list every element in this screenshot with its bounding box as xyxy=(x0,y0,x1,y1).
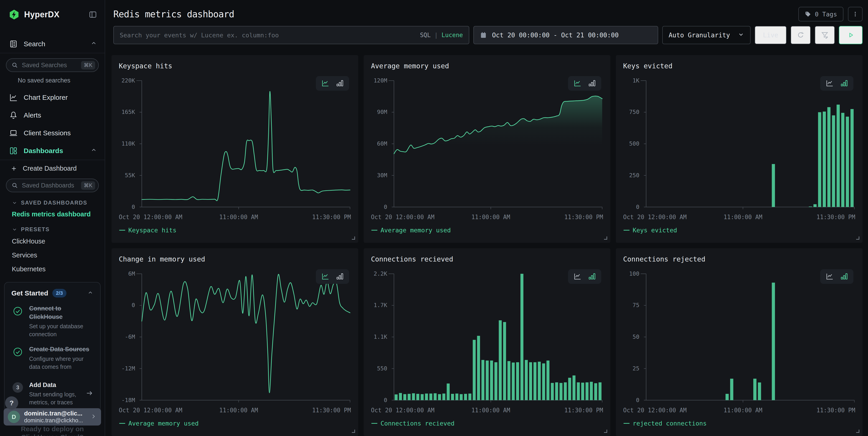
get-started-item-desc: Set up your database connection xyxy=(29,322,91,338)
svg-text:6M: 6M xyxy=(128,270,135,277)
help-button[interactable]: ? xyxy=(5,396,18,410)
line-chart-icon[interactable] xyxy=(574,273,582,280)
create-dashboard-label: Create Dashboard xyxy=(23,165,77,172)
get-started-item-desc: Start sending logs, metrics, or traces xyxy=(29,390,81,406)
svg-text:-12M: -12M xyxy=(122,365,135,372)
sidebar-item-dashboards[interactable]: Dashboards xyxy=(0,142,105,160)
line-chart-icon[interactable] xyxy=(826,273,834,280)
resize-handle[interactable] xyxy=(856,236,859,240)
svg-text:0: 0 xyxy=(384,397,387,403)
panel-title: Connections recieved xyxy=(371,255,603,263)
saved-dashboards-search[interactable]: ⌘K xyxy=(6,179,99,192)
saved-searches-search[interactable]: ⌘K xyxy=(6,58,99,72)
live-button[interactable]: Live xyxy=(755,26,786,44)
svg-text:Oct 20 12:00:00 AM: Oct 20 12:00:00 AM xyxy=(371,407,434,414)
chevron-up-icon xyxy=(87,290,93,297)
sidebar-item-clickhouse[interactable]: ClickHouse xyxy=(0,234,105,248)
sidebar-item-alerts[interactable]: Alerts xyxy=(0,106,105,124)
date-range-picker[interactable]: Oct 20 00:00:00 - Oct 21 00:00:00 xyxy=(473,26,658,44)
svg-text:1K: 1K xyxy=(632,77,639,84)
chart-type-toggle[interactable] xyxy=(568,76,601,91)
lucene-toggle[interactable]: Lucene xyxy=(441,32,463,38)
chevron-down-icon xyxy=(12,200,17,205)
line-chart-icon[interactable] xyxy=(826,80,834,87)
svg-text:11:00:00 AM: 11:00:00 AM xyxy=(471,214,510,221)
svg-text:0: 0 xyxy=(636,204,639,210)
sidebar-item-redis-dashboard[interactable]: Redis metrics dashboard xyxy=(0,208,105,220)
resize-handle[interactable] xyxy=(604,430,607,433)
query-language-toggle[interactable]: SQL | Lucene xyxy=(420,32,463,38)
bar-chart-icon[interactable] xyxy=(336,80,344,87)
dashboards-grid-icon xyxy=(9,146,18,155)
event-search-input[interactable] xyxy=(120,32,415,39)
saved-dashboards-input[interactable] xyxy=(22,182,78,189)
main-content: Redis metrics dashboard 0 Tags SQL | Luc… xyxy=(105,0,868,436)
get-started-item-sources[interactable]: Create Data Sources Configure where your… xyxy=(11,345,93,371)
event-search-box[interactable]: SQL | Lucene xyxy=(113,26,469,44)
legend-swatch xyxy=(624,230,629,231)
chart-type-toggle[interactable] xyxy=(820,269,854,284)
brand-name: HyperDX xyxy=(24,10,60,19)
user-email: dominic.tran@clickho... xyxy=(24,417,86,424)
date-range-value: Oct 20 00:00:00 - Oct 21 00:00:00 xyxy=(492,31,619,39)
panel-connections-recieved: Connections recieved 05501.1K1.7K2.2KOct… xyxy=(364,248,610,436)
legend-label: Connections recieved xyxy=(380,420,455,427)
granularity-select[interactable]: Auto Granularity xyxy=(662,26,750,44)
chart-type-toggle[interactable] xyxy=(316,76,349,91)
sidebar-collapse-button[interactable] xyxy=(89,10,97,19)
chart-type-toggle[interactable] xyxy=(316,269,349,284)
svg-text:50: 50 xyxy=(632,333,639,340)
resize-handle[interactable] xyxy=(856,430,859,433)
saved-dashboards-header[interactable]: SAVED DASHBOARDS xyxy=(0,194,105,208)
chart-canvas: 055K110K165K220KOct 20 12:00:00 AM11:00:… xyxy=(119,77,351,223)
svg-text:0: 0 xyxy=(636,397,639,403)
bar-chart-icon[interactable] xyxy=(588,273,596,280)
svg-text:100: 100 xyxy=(629,270,640,277)
app-root: HyperDX Search ⌘K No saved searches Char… xyxy=(0,0,868,436)
line-chart-icon[interactable] xyxy=(321,80,330,87)
tags-button[interactable]: 0 Tags xyxy=(798,7,843,22)
svg-text:0: 0 xyxy=(384,204,387,210)
presets-header[interactable]: PRESETS xyxy=(0,220,105,234)
resize-handle[interactable] xyxy=(604,236,607,240)
bar-chart-icon[interactable] xyxy=(840,273,848,280)
chevron-up-icon xyxy=(91,40,97,48)
page-title: Redis metrics dashboard xyxy=(113,9,234,19)
svg-text:Oct 20 12:00:00 AM: Oct 20 12:00:00 AM xyxy=(371,214,434,221)
line-chart-icon[interactable] xyxy=(574,80,582,87)
line-chart-icon[interactable] xyxy=(321,273,330,280)
get-started-item-connect[interactable]: Connect to ClickHouse Set up your databa… xyxy=(11,304,93,338)
get-started-item-add-data[interactable]: 3 Add Data Start sending logs, metrics, … xyxy=(11,381,93,406)
bar-chart-icon[interactable] xyxy=(840,80,848,87)
chart-legend: Keys evicted xyxy=(624,227,677,234)
bar-chart-icon[interactable] xyxy=(588,80,596,87)
sidebar-item-services[interactable]: Services xyxy=(0,248,105,262)
sidebar-item-label: Chart Explorer xyxy=(24,94,68,101)
sidebar-item-client-sessions[interactable]: Client Sessions xyxy=(0,124,105,142)
resize-handle[interactable] xyxy=(352,236,355,240)
dashboard-more-button[interactable] xyxy=(848,7,863,22)
legend-label: Average memory used xyxy=(380,227,451,234)
chart-type-toggle[interactable] xyxy=(820,76,854,91)
sidebar-item-chart-explorer[interactable]: Chart Explorer xyxy=(0,89,105,106)
bar-chart-icon[interactable] xyxy=(336,273,344,280)
run-query-button[interactable] xyxy=(839,26,863,44)
chart-canvas: 02505007501KOct 20 12:00:00 AM11:00:00 A… xyxy=(623,77,855,223)
create-dashboard-button[interactable]: Create Dashboard xyxy=(0,160,105,174)
user-menu[interactable]: D dominic.tran@clic... dominic.tran@clic… xyxy=(4,408,101,426)
resize-handle[interactable] xyxy=(352,430,355,433)
svg-text:11:00:00 AM: 11:00:00 AM xyxy=(723,407,762,414)
filter-button[interactable] xyxy=(815,26,835,44)
refresh-button[interactable] xyxy=(790,26,811,44)
panel-title: Change in memory used xyxy=(119,255,351,263)
sidebar-item-kubernetes[interactable]: Kubernetes xyxy=(0,262,105,276)
sidebar-item-search[interactable]: Search xyxy=(0,35,105,53)
chart-type-toggle[interactable] xyxy=(568,269,601,284)
panel-connections-rejected: Connections rejected 0255075100Oct 20 12… xyxy=(616,248,863,436)
sidebar-item-label: Alerts xyxy=(24,111,41,119)
get-started-header[interactable]: Get Started 2/3 xyxy=(11,289,93,297)
sql-toggle[interactable]: SQL xyxy=(420,32,431,38)
query-toolbar: SQL | Lucene Oct 20 00:00:00 - Oct 21 00… xyxy=(113,26,863,44)
svg-text:120M: 120M xyxy=(374,77,388,84)
saved-searches-input[interactable] xyxy=(22,62,78,69)
